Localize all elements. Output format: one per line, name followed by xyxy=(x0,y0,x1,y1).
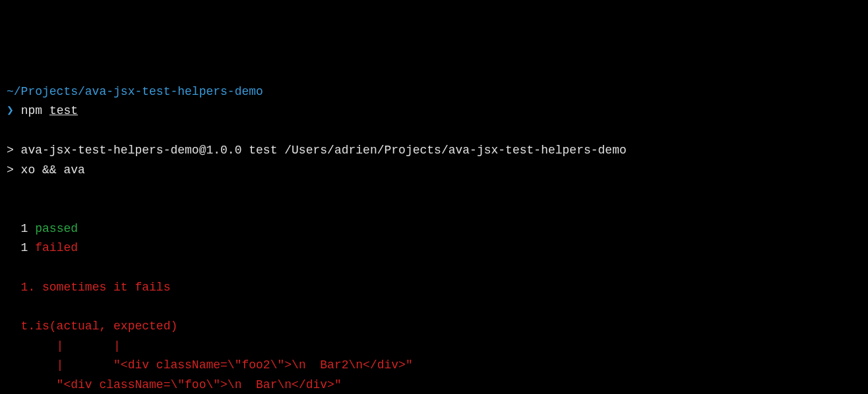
command-arg: test xyxy=(49,104,78,117)
script-header-line1: > ava-jsx-test-helpers-demo@1.0.0 test /… xyxy=(7,144,627,157)
failed-label: failed xyxy=(35,241,78,254)
prompt-caret: ❯ xyxy=(7,104,14,117)
failure-pointer-3: "<div className=\"foo\">\n Bar\n</div>" xyxy=(21,378,342,391)
passed-label: passed xyxy=(35,222,78,235)
cwd-path: ~/Projects/ava-jsx-test-helpers-demo xyxy=(7,85,263,98)
failure-pointer-1: | | xyxy=(21,339,121,352)
failed-count: 1 xyxy=(21,241,28,254)
command-name: npm xyxy=(21,104,42,117)
script-header-line2: > xo && ava xyxy=(7,163,85,177)
failure-pointer-2: | "<div className=\"foo2\">\n Bar2\n</di… xyxy=(21,358,413,372)
passed-count: 1 xyxy=(21,222,28,235)
failure-title: 1. sometimes it fails xyxy=(21,281,171,294)
failure-assertion: t.is(actual, expected) xyxy=(21,320,178,333)
terminal-output: ~/Projects/ava-jsx-test-helpers-demo ❯ n… xyxy=(7,82,861,394)
